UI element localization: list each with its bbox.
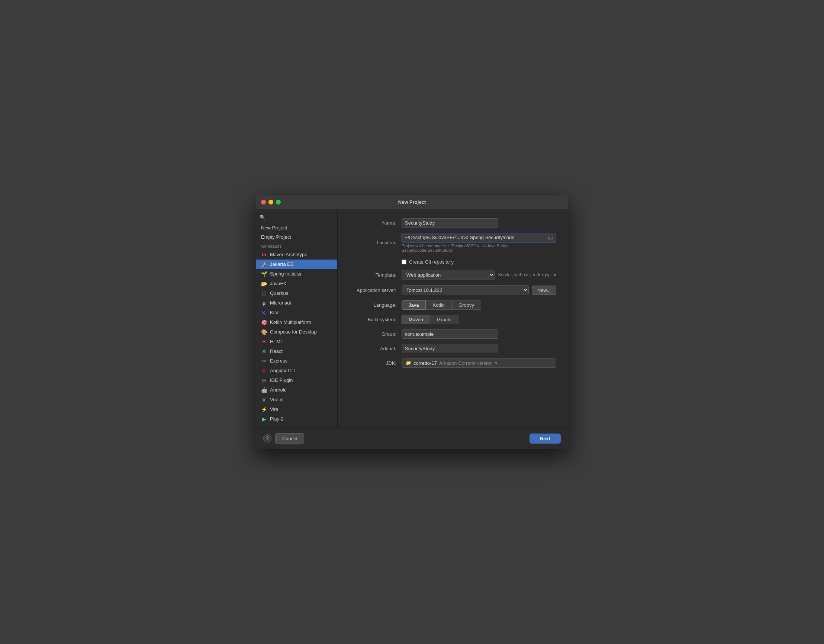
jdk-value: corretto-17 bbox=[414, 360, 437, 366]
sidebar-item-quarkus[interactable]: ⬡ Quarkus bbox=[256, 289, 337, 298]
express-icon: ex bbox=[261, 358, 267, 364]
group-row: Group: bbox=[349, 329, 556, 339]
language-field: Java Kotlin Groovy bbox=[401, 300, 556, 310]
sidebar-item-vite[interactable]: ⚡ Vite bbox=[256, 404, 337, 414]
javafx-icon: 📂 bbox=[261, 281, 267, 287]
spring-icon: 🌱 bbox=[261, 271, 267, 277]
template-row: Template: Web application Servlet, web.x… bbox=[349, 270, 556, 280]
next-button[interactable]: Next bbox=[529, 433, 561, 444]
maximize-button[interactable] bbox=[276, 200, 281, 204]
name-input[interactable] bbox=[401, 218, 498, 227]
sidebar-item-new-project[interactable]: New Project bbox=[256, 223, 337, 232]
kotlin-mp-icon: 🎯 bbox=[261, 320, 267, 325]
help-button[interactable]: ? bbox=[263, 434, 271, 443]
name-field bbox=[401, 218, 556, 227]
ide-plugin-icon: ⊟ bbox=[261, 377, 267, 383]
app-server-select[interactable]: Tomcat 10.1.232 bbox=[401, 285, 529, 295]
artifact-input[interactable] bbox=[401, 344, 498, 353]
location-input[interactable] bbox=[402, 233, 545, 242]
sidebar-item-new-project-label: New Project bbox=[261, 225, 287, 231]
sidebar-item-android[interactable]: 🤖 Android bbox=[256, 385, 337, 395]
sidebar-item-react[interactable]: ⚛ React bbox=[256, 347, 337, 356]
sidebar-item-angular-cli[interactable]: A Angular CLI bbox=[256, 366, 337, 375]
main-content: Name: Location: 🗂 Project will be create… bbox=[338, 209, 568, 427]
sidebar-item-compose-desktop[interactable]: 🎨 Compose for Desktop bbox=[256, 327, 337, 337]
location-row: Location: 🗂 Project will be created in: … bbox=[349, 233, 556, 252]
group-input[interactable] bbox=[401, 329, 498, 339]
sidebar-item-kotlin-multiplatform[interactable]: 🎯 Kotlin Multiplatform bbox=[256, 318, 337, 327]
build-system-label: Build system: bbox=[349, 317, 401, 322]
react-icon: ⚛ bbox=[261, 348, 267, 354]
sidebar-item-vuejs[interactable]: V Vue.js bbox=[256, 395, 337, 404]
git-checkbox-area: Create Git repository bbox=[401, 258, 556, 265]
language-groovy-button[interactable]: Groovy bbox=[452, 300, 481, 310]
template-select[interactable]: Web application bbox=[401, 270, 495, 280]
new-server-button[interactable]: New... bbox=[532, 286, 556, 295]
titlebar: New Project bbox=[256, 195, 568, 209]
sidebar-item-ide-plugin-label: IDE Plugin bbox=[270, 377, 293, 383]
language-row: Language: Java Kotlin Groovy bbox=[349, 300, 556, 310]
sidebar-item-maven-archetype[interactable]: m Maven Archetype bbox=[256, 250, 337, 260]
sidebar-item-express[interactable]: ex Express bbox=[256, 356, 337, 366]
close-button[interactable] bbox=[261, 200, 266, 204]
app-server-field: Tomcat 10.1.232 New... bbox=[401, 285, 556, 295]
jdk-row: JDK: 📁 corretto-17 Amazon Corretto versi… bbox=[349, 358, 556, 368]
micronaut-icon: μ bbox=[261, 300, 267, 306]
sidebar-item-ktor[interactable]: K Ktor bbox=[256, 308, 337, 318]
sidebar-item-html[interactable]: H HTML bbox=[256, 337, 337, 347]
server-select-row: Tomcat 10.1.232 New... bbox=[401, 285, 556, 295]
sidebar-item-jakarta-ee-label: Jakarta EE bbox=[270, 261, 294, 267]
new-project-dialog: New Project 🔍 New Project Empty Project … bbox=[256, 195, 568, 449]
name-label: Name: bbox=[349, 220, 401, 226]
sidebar-item-empty-project-label: Empty Project bbox=[261, 234, 291, 240]
sidebar-item-micronaut-label: Micronaut bbox=[270, 300, 291, 306]
build-gradle-button[interactable]: Gradle bbox=[430, 315, 458, 324]
sidebar-item-javafx[interactable]: 📂 JavaFX bbox=[256, 279, 337, 289]
jdk-suffix: Amazon Corretto version bbox=[439, 360, 493, 366]
sidebar-item-vite-label: Vite bbox=[270, 406, 278, 412]
angular-icon: A bbox=[261, 368, 267, 373]
search-icon: 🔍 bbox=[260, 215, 266, 220]
location-label: Location: bbox=[349, 240, 401, 245]
git-row: Create Git repository bbox=[349, 258, 556, 265]
minimize-button[interactable] bbox=[269, 200, 273, 204]
vuejs-icon: V bbox=[261, 397, 267, 403]
window-title: New Project bbox=[398, 199, 426, 205]
template-desc: Servlet, web.xml, index.jsp bbox=[498, 272, 551, 277]
sidebar-item-react-label: React bbox=[270, 348, 283, 354]
build-maven-button[interactable]: Maven bbox=[401, 315, 430, 324]
location-field: 🗂 Project will be created in: ~/Desktop/… bbox=[401, 233, 556, 252]
app-server-row: Application server: Tomcat 10.1.232 New.… bbox=[349, 285, 556, 295]
artifact-label: Artifact: bbox=[349, 346, 401, 351]
create-git-checkbox[interactable] bbox=[401, 260, 406, 264]
group-field bbox=[401, 329, 556, 339]
sidebar-item-angular-label: Angular CLI bbox=[270, 368, 296, 373]
sidebar-item-micronaut[interactable]: μ Micronaut bbox=[256, 298, 337, 308]
generators-section-label: Generators bbox=[256, 243, 337, 250]
create-git-label: Create Git repository bbox=[409, 259, 454, 265]
android-icon: 🤖 bbox=[261, 387, 267, 393]
build-field: Maven Gradle bbox=[401, 315, 556, 324]
sidebar-item-maven-archetype-label: Maven Archetype bbox=[270, 252, 307, 257]
browse-folder-button[interactable]: 🗂 bbox=[545, 233, 556, 242]
jdk-chevron-icon: ▾ bbox=[495, 360, 498, 366]
cancel-button[interactable]: Cancel bbox=[275, 433, 304, 444]
vite-icon: ⚡ bbox=[261, 406, 267, 412]
name-row: Name: bbox=[349, 218, 556, 227]
sidebar-item-javafx-label: JavaFX bbox=[270, 281, 286, 286]
sidebar-item-spring-initializr[interactable]: 🌱 Spring Initializr bbox=[256, 269, 337, 279]
template-desc-chevron-icon: ▾ bbox=[553, 272, 556, 278]
location-input-wrapper: 🗂 bbox=[401, 233, 556, 243]
sidebar-item-play2[interactable]: ▶ Play 2 bbox=[256, 414, 337, 424]
traffic-lights bbox=[261, 200, 281, 204]
quarkus-icon: ⬡ bbox=[261, 290, 267, 296]
template-label: Template: bbox=[349, 272, 401, 278]
dialog-body: 🔍 New Project Empty Project Generators m… bbox=[256, 209, 568, 427]
jdk-select[interactable]: 📁 corretto-17 Amazon Corretto version ▾ bbox=[401, 358, 556, 368]
sidebar-item-ide-plugin[interactable]: ⊟ IDE Plugin bbox=[256, 375, 337, 385]
artifact-field bbox=[401, 344, 556, 353]
language-java-button[interactable]: Java bbox=[401, 300, 426, 310]
sidebar-item-jakarta-ee[interactable]: 🚀 Jakarta EE bbox=[256, 260, 337, 269]
sidebar-item-empty-project[interactable]: Empty Project bbox=[256, 232, 337, 242]
language-kotlin-button[interactable]: Kotlin bbox=[426, 300, 452, 310]
